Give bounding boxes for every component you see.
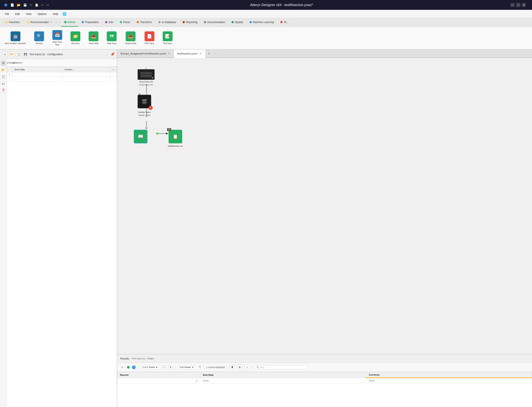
results-divider-1 [138,365,138,369]
maximize-btn[interactable]: □ [516,3,520,7]
run-btn[interactable]: ✓ [244,365,250,370]
extra-cell-2 [110,77,117,81]
end-date-col-header[interactable]: End Date [200,372,366,378]
cell-viewer-btn[interactable]: Cell Viewer ▼ [177,365,196,369]
insert-dropdown-btn[interactable]: ⊕ Insert ▼ [15,60,20,65]
ribbon-nav-left[interactable]: ‹ [55,20,58,24]
text-input-node[interactable]: 📖 [134,130,147,143]
sidebar-settings-icon[interactable]: ⚙ [1,61,6,66]
canvas-area[interactable]: ⚙ ▼ Drop Down (4) Drop Down (4) #1 [117,58,532,354]
tool-auto-insights[interactable]: 🤖 ★ Auto Insights Uploader [3,30,28,46]
update-value-num: #1 [138,93,141,95]
test-reactive-close-btn[interactable]: ✕ [199,52,202,55]
fields-dropdown-btn[interactable]: 2 of 2 Fields ▼ [140,365,160,369]
open-icon[interactable]: 📂 [16,3,22,7]
tab-documentation[interactable]: Documentation [201,18,228,27]
join-dot [105,21,107,23]
add-tab-btn[interactable]: + [206,50,213,57]
currency-value-1[interactable]: [Null] [366,378,532,383]
copy-icon[interactable]: 📋 [34,3,39,7]
minimize-btn[interactable]: — [510,3,515,7]
results-x-icon[interactable]: ✕ [168,365,173,369]
tab-parse[interactable]: Parse [117,18,133,27]
tab-join[interactable]: Join [102,18,116,27]
output-canvas-icon[interactable]: 📋 [168,130,182,143]
currency-cell-1[interactable] [62,72,110,77]
end-date-header[interactable]: End Date [13,67,63,72]
output-node[interactable]: ⚡ 📋 testReactive.csv [168,130,183,147]
redo-icon[interactable]: ↪ [45,3,50,7]
currency-cell-2[interactable] [62,77,110,81]
currency-header[interactable]: Curren... [62,67,110,72]
in-out-dot [64,21,67,23]
table-area: ⊖ Delete ▼ ⊕ Insert ▼ End D [7,59,117,407]
end-date-cell-2[interactable]: — [13,77,63,81]
close-btn[interactable]: ✕ [522,3,526,7]
update-value-node[interactable]: #1 🎬 ! Update Value Update Value [137,95,151,116]
tool-input-data[interactable]: 📥 Input Data [87,30,100,46]
menu-options[interactable]: Options [35,11,49,17]
results-table: Record End Date Currency 1 [Null] [Null] [117,372,532,383]
tab-recommended[interactable]: ⭐ Recommended ⓘ [23,18,55,27]
panel-pin-icon[interactable]: 📌 [110,52,114,56]
tab-favorites[interactable]: ⭐ Favorites [1,18,23,27]
tab-preparation[interactable]: Preparation [79,18,102,27]
tab-machine-learning[interactable]: Machine Learning [246,18,277,27]
config-copy-btn[interactable]: 📋 [16,52,21,57]
record-col-header[interactable]: Record [117,372,200,378]
end-date-cell-1[interactable] [13,72,63,77]
tool-output-data[interactable]: 📤 Output Data [123,30,138,46]
sidebar-folder-icon[interactable]: 📂 [1,67,6,73]
menu-edit[interactable]: Edit [13,11,23,17]
tab-in-database[interactable]: In-Database [155,18,179,27]
more-tabs-btn[interactable]: ··· [213,50,219,57]
bckup2-tab-label: BckUp2_BudgetaryProAndReactive.yxmd [121,52,166,55]
tab-bckup2[interactable]: BckUp2_BudgetaryProAndReactive.yxmd ✕ [117,50,174,57]
results-list-icon[interactable]: ≡ [119,365,125,370]
stop-btn[interactable]: ⏹ [237,365,242,370]
tool-directory[interactable]: 📁 Directory [68,30,82,46]
tab-test-reactive[interactable]: testReactive.yxwz* ✕ [174,50,206,58]
results-info-icon: ⓘ [132,365,136,369]
results-check-icon-1[interactable]: ✓ [162,365,166,369]
dropdown-gear-top: ⚙ [145,67,147,70]
currency-col-header[interactable]: Currency [366,372,532,378]
table-row: — [7,77,117,81]
favorites-star-icon: ⭐ [5,21,8,24]
tool-browse[interactable]: 🔍 ★ Browse [32,30,46,46]
ribbon-nav-right[interactable]: › [58,20,61,24]
extra-header[interactable]: — [110,67,117,72]
tool-pdf-input[interactable]: 📄 PDF Input [143,30,156,46]
window-title: Alteryx Designer x64 - testReactive.yxwz… [53,3,510,7]
fields-label: 2 of 2 Fields [143,366,155,369]
new-file-icon[interactable]: 📄 [9,3,15,7]
tab-spatial[interactable]: Spatial [228,18,246,27]
end-date-value-1[interactable]: [Null] [200,378,366,383]
undo-icon[interactable]: ↩ [40,3,45,7]
dropdown-icon[interactable]: ▼ [137,69,155,80]
config-settings-btn[interactable]: ⊙ [2,52,8,57]
save-icon[interactable]: 💾 [22,3,28,7]
menu-view[interactable]: View [23,11,34,17]
tab-in-out[interactable]: In/Out [61,18,78,27]
tab-transform[interactable]: Transform [134,18,155,27]
menu-file[interactable]: File [2,11,12,17]
sidebar-tag-icon[interactable]: 🏷 [1,81,6,86]
sidebar-clipboard-icon[interactable]: 📋 [1,74,6,79]
sidebar-help-icon[interactable]: ❓ [1,88,6,93]
menu-help[interactable]: Help [50,11,61,17]
tab-te[interactable]: Te... [277,18,292,27]
config-save-btn[interactable]: 💾 [23,52,28,57]
config-open-btn[interactable]: 📂 [9,52,14,57]
globe-icon[interactable]: 🌐 [62,11,67,17]
bckup2-close-btn[interactable]: ✕ [167,52,170,55]
tool-date-time-now[interactable]: 📅 ★ Date TimeNow [50,29,64,47]
cut-icon[interactable]: ✂ [29,3,33,7]
tool-map-input[interactable]: 🗺 Map Input [105,30,119,46]
tool-text-input[interactable]: 📝 ★ Text Input [161,30,175,46]
panel-options-icon[interactable]: ⋮ [106,52,109,56]
scroll-to-top-btn[interactable]: ⬆ [229,365,235,370]
dropdown-node[interactable]: ⚙ ▼ Drop Down (4) Drop Down (4) [137,69,155,86]
tab-reporting[interactable]: Reporting [180,18,200,27]
text-input-canvas-icon[interactable]: 📖 [134,130,147,143]
